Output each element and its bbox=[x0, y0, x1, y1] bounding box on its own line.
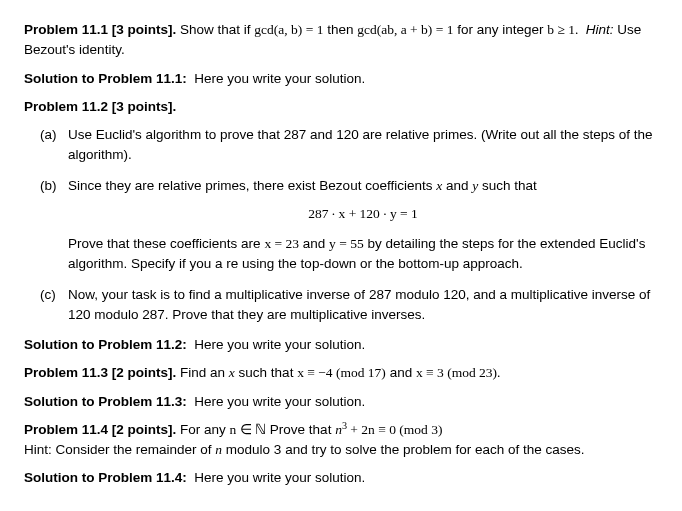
heading-11-3: Problem 11.3 [2 points]. bbox=[24, 365, 176, 380]
marker: (a) bbox=[40, 125, 57, 145]
problem-11-2-list: (a) Use Euclid's algorithm to prove that… bbox=[24, 125, 658, 325]
math: n ∈ ℕ bbox=[230, 422, 267, 437]
sol-label: Solution to Problem 11.1: bbox=[24, 71, 187, 86]
heading-11-4: Problem 11.4 [2 points]. bbox=[24, 422, 176, 437]
math: n3 + 2n ≡ 0 (mod 3) bbox=[335, 422, 442, 437]
sol-label: Solution to Problem 11.3: bbox=[24, 394, 187, 409]
text: and bbox=[442, 178, 472, 193]
text: For any bbox=[180, 422, 230, 437]
solution-11-4: Solution to Problem 11.4: Here you write… bbox=[24, 468, 658, 488]
heading-11-2: Problem 11.2 [3 points]. bbox=[24, 99, 176, 114]
text: Prove that bbox=[266, 422, 335, 437]
text: such that bbox=[478, 178, 537, 193]
text: Prove that these coefficients are bbox=[68, 236, 264, 251]
marker: (b) bbox=[40, 176, 57, 196]
text: and bbox=[386, 365, 416, 380]
text: Show that if bbox=[180, 22, 254, 37]
text: Since they are relative primes, there ex… bbox=[68, 178, 436, 193]
problem-11-2-heading: Problem 11.2 [3 points]. bbox=[24, 97, 658, 117]
sol-text: Here you write your solution. bbox=[194, 470, 365, 485]
hint-label: Hint: bbox=[586, 22, 614, 37]
problem-11-1: Problem 11.1 [3 points]. Show that if gc… bbox=[24, 20, 658, 61]
equation: 287 · x + 120 · y = 1 bbox=[68, 204, 658, 224]
text: Find an bbox=[180, 365, 229, 380]
sol-text: Here you write your solution. bbox=[194, 394, 365, 409]
sol-label: Solution to Problem 11.4: bbox=[24, 470, 187, 485]
text: Now, your task is to find a multiplicati… bbox=[68, 287, 650, 322]
sol-label: Solution to Problem 11.2: bbox=[24, 337, 187, 352]
text: and bbox=[299, 236, 329, 251]
math: b ≥ 1. bbox=[547, 22, 578, 37]
text: such that bbox=[235, 365, 297, 380]
text: Use Euclid's algorithm to prove that 287… bbox=[68, 127, 653, 162]
sol-text: Here you write your solution. bbox=[194, 71, 365, 86]
math: x ≡ 3 (mod 23). bbox=[416, 365, 500, 380]
math: x ≡ −4 (mod 17) bbox=[297, 365, 386, 380]
sol-text: Here you write your solution. bbox=[194, 337, 365, 352]
text: then bbox=[323, 22, 357, 37]
marker: (c) bbox=[40, 285, 56, 305]
item-b: (b) Since they are relative primes, ther… bbox=[24, 176, 658, 275]
solution-11-2: Solution to Problem 11.2: Here you write… bbox=[24, 335, 658, 355]
math: y = 55 bbox=[329, 236, 364, 251]
solution-11-1: Solution to Problem 11.1: Here you write… bbox=[24, 69, 658, 89]
item-a: (a) Use Euclid's algorithm to prove that… bbox=[24, 125, 658, 166]
math: gcd(ab, a + b) = 1 bbox=[357, 22, 453, 37]
text: for any integer bbox=[453, 22, 547, 37]
problem-11-3: Problem 11.3 [2 points]. Find an x such … bbox=[24, 363, 658, 383]
solution-11-3: Solution to Problem 11.3: Here you write… bbox=[24, 392, 658, 412]
var: n bbox=[335, 422, 342, 437]
math: gcd(a, b) = 1 bbox=[254, 22, 323, 37]
hint-text2: modulo 3 and try to solve the problem fo… bbox=[222, 442, 584, 457]
math: x = 23 bbox=[264, 236, 299, 251]
item-c: (c) Now, your task is to find a multipli… bbox=[24, 285, 658, 326]
hint-text: Hint: Consider the remainder of bbox=[24, 442, 215, 457]
suf: + 2n ≡ 0 (mod 3) bbox=[347, 422, 442, 437]
heading-11-1: Problem 11.1 [3 points]. bbox=[24, 22, 176, 37]
problem-11-4: Problem 11.4 [2 points]. For any n ∈ ℕ P… bbox=[24, 420, 658, 461]
